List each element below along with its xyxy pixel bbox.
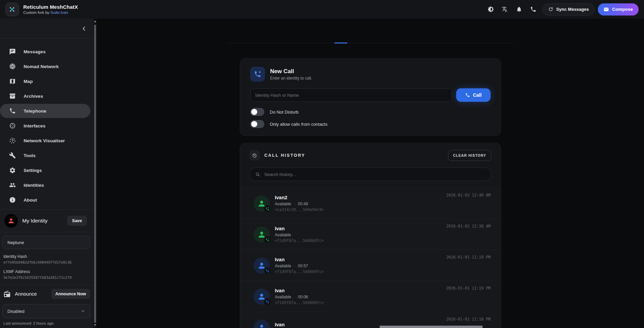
sidebar-item-label: Nomad Network — [24, 64, 59, 69]
phone-button[interactable] — [528, 4, 539, 15]
toggle-knob — [251, 109, 257, 115]
announce-now-button[interactable]: Announce Now — [51, 289, 90, 299]
new-call-card: New Call Enter an identity to call. Call… — [240, 58, 501, 136]
new-call-title: New Call — [270, 68, 312, 75]
call-timestamp: 2026-01-02 12:40 AM — [446, 193, 491, 198]
sidebar-item-label: Tools — [24, 153, 36, 158]
call-timestamp: 2026-01-02 12:38 AM — [446, 224, 491, 229]
translate-button[interactable] — [499, 4, 511, 15]
sidebar-item-map[interactable]: Map — [0, 74, 90, 88]
separator-dot: · — [294, 202, 295, 206]
sidebar-item-tools[interactable]: Tools — [0, 148, 90, 162]
announce-interval-select[interactable]: Disabled — [2, 304, 90, 318]
call-history-row[interactable]: Ivan Available · <f1d9f8fa...560860fc> 2… — [240, 219, 501, 250]
theme-button[interactable] — [485, 4, 497, 15]
notifications-icon — [516, 6, 522, 12]
call-history-row[interactable]: Ivan2 Available · 00:49 <ca314c30...504e… — [240, 188, 501, 219]
call-history-row[interactable]: Ivan Available · 00:57 <f1d9f8fa...56086… — [240, 250, 501, 281]
call-direction-badge — [264, 205, 271, 213]
tab-phone[interactable] — [334, 38, 347, 43]
sidebar-collapse-button[interactable] — [81, 25, 87, 32]
top-icon-buttons — [485, 4, 539, 15]
call-button-label: Call — [473, 92, 482, 98]
contact-status: Available — [275, 202, 291, 206]
clear-history-button[interactable]: CLEAR HISTORY — [448, 150, 491, 161]
sidebar-item-label: Network Visualiser — [24, 138, 65, 143]
identity-hash-or-name-input[interactable] — [250, 88, 452, 102]
person-icon — [257, 323, 266, 328]
save-button[interactable]: Save — [67, 216, 87, 226]
contact-avatar — [254, 227, 270, 243]
avatar — [4, 214, 18, 228]
horizontal-scrollbar-thumb[interactable] — [380, 326, 482, 328]
refresh-icon — [548, 7, 553, 12]
call-history-card: CALL HISTORY CLEAR HISTORY Ivan2 Availab… — [240, 143, 501, 328]
sidebar-item-network-visualiser[interactable]: ? Network Visualiser — [0, 133, 90, 148]
announce-interval-value: Disabled — [7, 309, 25, 314]
call-history-row[interactable]: Ivan Available · 00:06 <f1d9f8fa...56086… — [240, 281, 501, 312]
identity-name-input[interactable] — [2, 236, 90, 249]
toggle-do-not-disturb[interactable] — [250, 108, 264, 116]
sidebar-scrollbar[interactable] — [93, 19, 97, 328]
history-icon — [252, 153, 257, 158]
new-call-icon-box — [250, 67, 265, 82]
call-status-line: Available · 00:06 — [275, 295, 491, 299]
call-button[interactable]: Call — [456, 88, 491, 102]
sidebar-item-interfaces[interactable]: Interfaces — [0, 119, 90, 133]
call-status-line: Available · 00:57 — [275, 264, 491, 268]
tabs — [227, 38, 514, 43]
map-icon — [9, 78, 16, 85]
call-duration: 00:49 — [298, 202, 308, 206]
sidebar-scrollbar-thumb[interactable] — [94, 25, 96, 323]
theme-icon — [488, 6, 494, 12]
contact-hash: <f1d9f8fa...560860fc> — [275, 238, 491, 243]
people-icon — [9, 182, 16, 188]
sidebar-item-archives[interactable]: Archives — [0, 89, 90, 103]
svg-text:?: ? — [11, 139, 13, 143]
call-status-line: Available · 00:49 — [275, 202, 491, 206]
sidebar-item-about[interactable]: About — [0, 193, 90, 207]
toggle-knob — [251, 121, 257, 127]
sidebar-collapse-row — [0, 19, 93, 39]
app-titles: Reticulum MeshChatX Custom fork by Sudo-… — [23, 4, 78, 14]
toggle-label: Do Not Disturb — [270, 110, 298, 115]
tab-ringtone[interactable] — [394, 38, 407, 43]
sidebar-item-identities[interactable]: Identities — [0, 178, 90, 192]
notifications-button[interactable] — [514, 4, 525, 15]
toggle-row-do-not-disturb: Do Not Disturb — [250, 108, 491, 116]
call-duration: 00:06 — [298, 295, 308, 299]
call-toggles: Do Not Disturb Only allow calls from con… — [250, 108, 491, 128]
sidebar-item-telephone[interactable]: Telephone — [0, 104, 90, 118]
history-search-input[interactable] — [264, 172, 486, 177]
tab-contacts[interactable] — [379, 38, 392, 43]
call-direction-badge — [264, 267, 271, 275]
new-call-subtitle: Enter an identity to call. — [270, 76, 312, 81]
contact-avatar — [254, 196, 270, 212]
info-icon — [9, 197, 16, 203]
my-identity-title: My Identity — [22, 218, 48, 224]
call-timestamp: 2026-01-01 11:19 PM — [446, 255, 491, 260]
compose-button[interactable]: Compose — [598, 3, 639, 16]
tab-phonebook[interactable] — [349, 38, 362, 43]
sidebar-item-label: Messages — [24, 49, 46, 54]
history-icon-box — [250, 150, 260, 160]
app-logo[interactable] — [5, 3, 19, 16]
tab-voicemail[interactable] — [364, 38, 377, 43]
sidebar-item-messages[interactable]: Messages — [0, 44, 90, 59]
scroll-down-arrow-icon[interactable] — [94, 324, 96, 326]
scroll-up-arrow-icon[interactable] — [94, 21, 96, 22]
sync-messages-button[interactable]: Sync Messages — [543, 3, 595, 16]
call-direction-badge — [264, 298, 271, 306]
phone-incoming-icon — [266, 269, 269, 273]
contact-status: Available — [275, 295, 291, 299]
sidebar-item-settings[interactable]: Settings — [0, 163, 90, 177]
toggle-only-allow-calls-from-contacts[interactable] — [250, 120, 264, 128]
subtitle-author-link[interactable]: Sudo-Ivan — [51, 10, 68, 14]
settings-icon — [9, 167, 16, 174]
contact-status: Available — [275, 233, 291, 237]
call-history-list: Ivan2 Available · 00:49 <ca314c30...504e… — [240, 188, 501, 328]
sidebar-item-nomad-network[interactable]: Nomad Network — [0, 59, 90, 73]
main-content: New Call Enter an identity to call. Call… — [97, 19, 644, 328]
divider — [0, 232, 93, 232]
globe-icon — [9, 63, 16, 70]
